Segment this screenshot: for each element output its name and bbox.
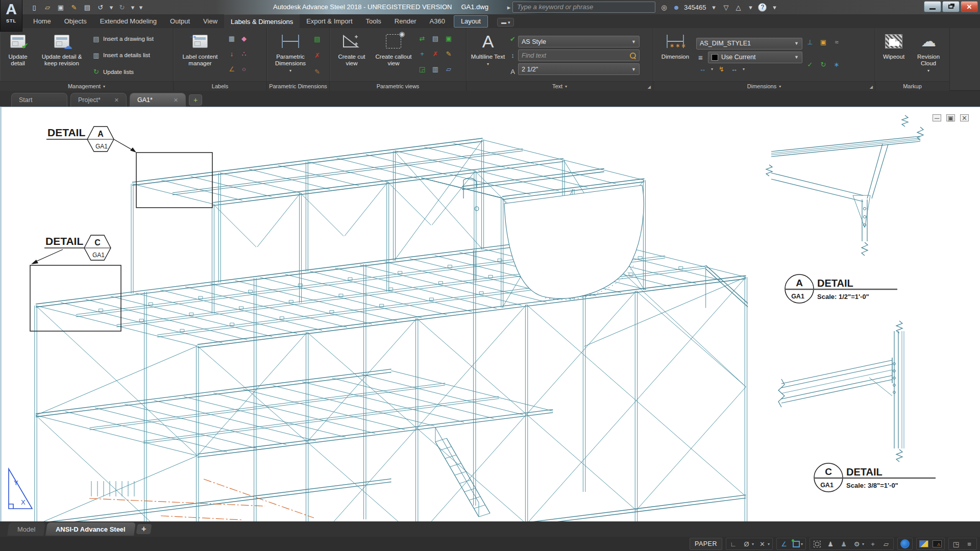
ribbon-tab-a360[interactable]: A360 <box>423 14 452 28</box>
panel-label-parametric-dimensions[interactable]: Parametric Dimensions <box>267 81 329 91</box>
undo-button[interactable]: ↺ <box>95 2 106 12</box>
text-dialog-launcher[interactable]: ◢ <box>648 85 651 89</box>
dim-baseline-icon[interactable]: ↔ <box>730 65 739 73</box>
pv-corner-icon[interactable]: ◲ <box>418 65 427 73</box>
polar-tracking-button[interactable]: Ø▾ <box>741 538 755 549</box>
ribbon-tab-layout[interactable]: Layout <box>454 15 488 28</box>
viewport-close-button[interactable]: ✕ <box>960 114 969 121</box>
autocad-status-button[interactable] <box>899 538 911 549</box>
dim-frame-icon[interactable]: ▣ <box>819 38 828 46</box>
ribbon-tab-extended-modeling[interactable]: Extended Modeling <box>93 14 163 28</box>
bolt-label-icon[interactable]: ◆ <box>240 34 249 42</box>
insert-drawing-list-button[interactable]: ▤ Insert a drawing list <box>90 34 156 43</box>
panel-label-parametric-views[interactable]: Parametric views <box>330 81 466 91</box>
find-text-input[interactable]: Find text <box>518 49 640 61</box>
account-button[interactable]: ☻ <box>672 2 681 13</box>
update-detail-keep-revision-button[interactable]: ☁ Update detail & keep revision <box>35 30 89 81</box>
file-tab-project-[interactable]: Project*✕ <box>70 93 127 107</box>
new-drawing-tab-button[interactable]: + <box>189 94 202 106</box>
close-tab-icon[interactable]: ✕ <box>174 97 178 104</box>
layout-tab-model[interactable]: Model <box>7 522 45 536</box>
ribbon-minimize-button[interactable]: ▬▾ <box>497 18 514 27</box>
customization-menu-button[interactable]: ≡ <box>963 538 975 549</box>
label-content-manager-button[interactable]: → Label content manager <box>176 30 225 81</box>
hole-label-icon[interactable]: ○ <box>240 65 249 73</box>
help-search-input[interactable]: Type a keyword or phrase <box>512 2 655 13</box>
panel-label-text[interactable]: Text▾ ◢ <box>467 81 653 91</box>
signed-in-user-id[interactable]: 345465 <box>684 4 706 11</box>
clean-screen-button[interactable]: ◳ <box>950 538 962 549</box>
new-file-button[interactable]: ▯ <box>29 2 40 12</box>
ribbon-tab-view[interactable]: View <box>197 14 224 28</box>
annotation-add-button[interactable]: + <box>867 538 879 549</box>
update-detail-button[interactable]: ✔ Update detail <box>2 30 34 81</box>
restore-button[interactable] <box>942 1 960 12</box>
layout-tab-ansi-d-advance-steel[interactable]: ANSI-D Advance Steel <box>46 522 136 536</box>
parametric-dimensions-button[interactable]: Parametric Dimensions ▾ <box>269 30 312 81</box>
viewport-minimize-button[interactable]: ─ <box>933 114 941 121</box>
weld-label-icon[interactable]: ↓ <box>228 49 236 58</box>
hardware-acceleration-button[interactable] <box>918 538 930 549</box>
ribbon-tab-objects[interactable]: Objects <box>58 14 93 28</box>
dim-check-icon[interactable]: ✓ <box>806 60 815 68</box>
pv-edit-icon[interactable]: ✎ <box>445 49 453 58</box>
pv-scale-icon[interactable]: ▥ <box>431 65 440 73</box>
text-align-icon[interactable]: ↕ <box>508 51 517 59</box>
osnap-tracking-button[interactable]: ∠ <box>778 538 790 549</box>
pdim-remove-icon[interactable]: ✗ <box>313 51 322 59</box>
ribbon-tab-output[interactable]: Output <box>163 14 197 28</box>
panel-label-markup[interactable]: Markup <box>875 81 949 91</box>
panel-label-dimensions[interactable]: Dimensions▾ ◢ <box>653 81 875 91</box>
selection-cycling-button[interactable] <box>811 538 823 549</box>
autoscale-button[interactable]: ⚙▾ <box>851 538 866 549</box>
pv-doc-icon[interactable]: ▤ <box>431 34 440 42</box>
dimension-button[interactable]: ∗∗∗ Dimension <box>655 30 695 81</box>
help-button[interactable]: ? <box>758 3 767 12</box>
a360-button[interactable]: △ <box>733 2 743 13</box>
update-lists-button[interactable]: ↻ Update lists <box>90 67 156 77</box>
marks-label-icon[interactable]: ∴ <box>240 49 249 58</box>
pv-delete-icon[interactable]: ✗ <box>431 49 440 58</box>
drawing-canvas[interactable]: ─ ▣ ✕ DETAIL A GA1 DETAIL <box>0 107 980 521</box>
panel-label-management[interactable]: Management▾ <box>0 81 173 91</box>
graphics-performance-button[interactable]: ⚠ <box>931 538 943 549</box>
osnap-button[interactable]: ▾ <box>791 538 804 549</box>
file-tab-ga1-[interactable]: GA1*✕ <box>130 93 186 107</box>
pdim-clean-icon[interactable]: ✎ <box>313 68 322 76</box>
dim-break-icon[interactable]: ≈ <box>832 38 841 46</box>
pv-center-icon[interactable]: + <box>418 49 427 58</box>
dim-assoc-icon[interactable]: ∗ <box>832 60 841 68</box>
spell-check-icon[interactable]: ✔ <box>508 35 517 43</box>
redo-button[interactable]: ↻ <box>116 2 128 12</box>
qat-customize-dropdown[interactable]: ▾ <box>138 2 144 12</box>
app-logo-menu[interactable]: A STL <box>0 0 22 32</box>
pv-prefs-icon[interactable]: ▱ <box>445 65 453 73</box>
create-cut-view-button[interactable]: Create cut view <box>332 30 372 81</box>
help-dropdown[interactable]: ▾ <box>770 2 779 13</box>
search-button[interactable]: ◎ <box>659 2 669 13</box>
save-button[interactable]: ▣ <box>55 2 66 12</box>
text-style-combo[interactable]: AS Style▼ <box>518 36 640 47</box>
text-height-combo[interactable]: 2 1/2"▼ <box>518 63 640 75</box>
pv-update-icon[interactable]: ⇄ <box>418 34 427 42</box>
dim-style-combo[interactable]: AS_DIM_STYLE1▼ <box>696 38 802 49</box>
a360-dropdown[interactable]: ▾ <box>746 2 755 13</box>
wipeout-button[interactable]: Wipeout <box>877 30 910 81</box>
print-button[interactable]: ▤ <box>82 2 93 12</box>
close-tab-icon[interactable]: ✕ <box>114 97 119 104</box>
dim-layer-combo[interactable]: Use Current▼ <box>708 52 802 63</box>
dim-quick-icon[interactable]: ↯ <box>717 65 726 73</box>
create-callout-view-button[interactable]: ◉ Create callout view <box>373 30 414 81</box>
account-dropdown[interactable]: ▾ <box>709 2 718 13</box>
detail-c-callout[interactable]: DETAIL C GA1 <box>30 235 121 331</box>
panel-label-labels[interactable]: Labels <box>174 81 266 91</box>
ribbon-tab-home[interactable]: Home <box>27 14 58 28</box>
redo-dropdown[interactable]: ▾ <box>130 2 136 12</box>
insert-details-list-button[interactable]: ▥ Insert a details list <box>90 51 156 60</box>
minimize-button[interactable] <box>924 1 941 12</box>
revision-cloud-button[interactable]: ☁ Revision Cloud ▾ <box>911 30 946 81</box>
ortho-button[interactable]: ∟ <box>727 538 740 549</box>
detail-a-callout[interactable]: DETAIL A GA1 <box>46 127 212 208</box>
viewport-restore-button[interactable]: ▣ <box>946 114 955 121</box>
file-tab-start[interactable]: Start <box>11 93 67 107</box>
